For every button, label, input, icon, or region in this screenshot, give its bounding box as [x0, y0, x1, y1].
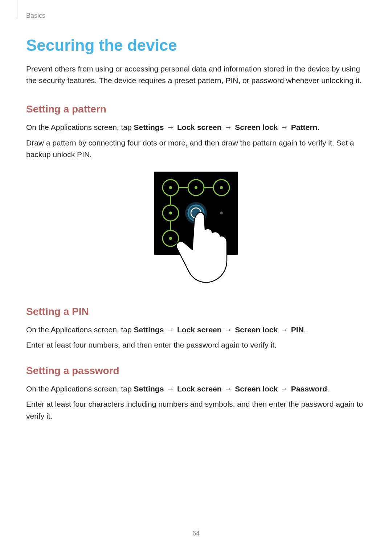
arrow-icon: → — [278, 325, 291, 334]
nav-step-lockscreen: Lock screen — [177, 123, 222, 131]
period: . — [304, 325, 306, 334]
svg-point-14 — [169, 237, 172, 240]
arrow-icon: → — [278, 123, 291, 131]
heading-password: Setting a password — [26, 365, 366, 377]
svg-point-11 — [195, 186, 197, 189]
pattern-lock-icon — [151, 172, 241, 288]
header-rule — [17, 0, 17, 19]
section-pattern: Setting a pattern On the Applications sc… — [26, 103, 366, 288]
arrow-icon: → — [164, 123, 177, 131]
nav-prefix: On the Applications screen, tap — [26, 385, 134, 393]
nav-prefix: On the Applications screen, tap — [26, 123, 134, 131]
body-pattern: Draw a pattern by connecting four dots o… — [26, 137, 366, 161]
arrow-icon: → — [222, 123, 235, 131]
intro-text: Prevent others from using or accessing p… — [26, 63, 366, 86]
nav-path-pin: On the Applications screen, tap Settings… — [26, 324, 366, 336]
svg-point-13 — [169, 212, 172, 214]
nav-step-screenlock: Screen lock — [235, 325, 278, 334]
nav-step-screenlock: Screen lock — [235, 123, 278, 131]
body-pin: Enter at least four numbers, and then en… — [26, 339, 366, 351]
page-number: 64 — [0, 530, 392, 537]
nav-step-lockscreen: Lock screen — [177, 325, 222, 334]
arrow-icon: → — [164, 385, 177, 393]
arrow-icon: → — [222, 385, 235, 393]
nav-step-screenlock: Screen lock — [235, 385, 278, 393]
pattern-illustration — [26, 172, 366, 288]
svg-point-12 — [220, 186, 223, 189]
heading-pin: Setting a PIN — [26, 306, 366, 317]
nav-path-password: On the Applications screen, tap Settings… — [26, 383, 366, 395]
period: . — [327, 385, 329, 393]
nav-step-pin: PIN — [291, 325, 304, 334]
nav-step-settings: Settings — [134, 385, 164, 393]
nav-step-password: Password — [291, 385, 327, 393]
page-content: Securing the device Prevent others from … — [0, 0, 392, 422]
svg-point-7 — [220, 212, 223, 214]
arrow-icon: → — [222, 325, 235, 334]
arrow-icon: → — [278, 385, 291, 393]
page-title: Securing the device — [26, 36, 366, 54]
period: . — [317, 123, 319, 131]
heading-pattern: Setting a pattern — [26, 103, 366, 115]
svg-point-10 — [169, 186, 172, 189]
section-pin: Setting a PIN On the Applications screen… — [26, 306, 366, 351]
nav-step-pattern: Pattern — [291, 123, 317, 131]
nav-step-settings: Settings — [134, 325, 164, 334]
nav-path-pattern: On the Applications screen, tap Settings… — [26, 122, 366, 134]
header-section-label: Basics — [26, 12, 45, 20]
nav-step-lockscreen: Lock screen — [177, 385, 222, 393]
body-password: Enter at least four characters including… — [26, 398, 366, 422]
arrow-icon: → — [164, 325, 177, 334]
nav-step-settings: Settings — [134, 123, 164, 131]
nav-prefix: On the Applications screen, tap — [26, 325, 134, 334]
section-password: Setting a password On the Applications s… — [26, 365, 366, 422]
